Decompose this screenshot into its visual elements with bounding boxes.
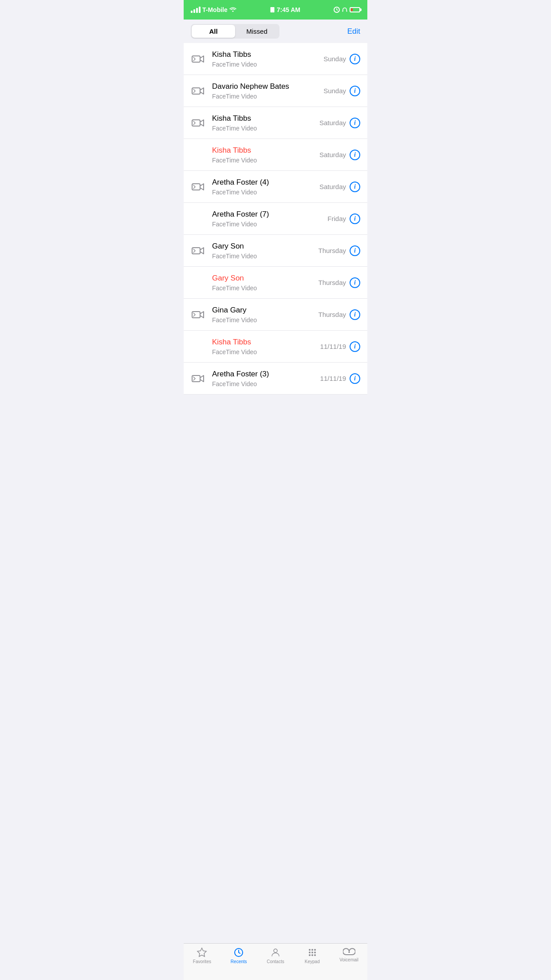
facetime-video-icon xyxy=(191,83,207,99)
call-item[interactable]: Davario Nephew BatesFaceTime VideoSunday… xyxy=(184,75,367,107)
outgoing-facetime-icon xyxy=(192,246,206,256)
segment-missed[interactable]: Missed xyxy=(235,25,279,38)
call-name: Kisha Tibbs xyxy=(212,146,319,155)
segment-control: All Missed xyxy=(191,24,279,39)
info-button[interactable]: i xyxy=(350,309,360,320)
call-type: FaceTime Video xyxy=(212,93,323,100)
outgoing-facetime-icon xyxy=(192,54,206,64)
svg-rect-7 xyxy=(192,248,200,254)
call-info: Aretha Foster (3)FaceTime Video xyxy=(212,369,320,387)
call-date: Thursday xyxy=(318,247,346,254)
call-type: FaceTime Video xyxy=(212,189,319,196)
call-info: Davario Nephew BatesFaceTime Video xyxy=(212,82,323,99)
facetime-video-icon xyxy=(191,115,207,131)
facetime-video-icon xyxy=(191,179,207,195)
call-info: Kisha TibbsFaceTime Video xyxy=(212,114,319,131)
call-meta: 11/11/19i xyxy=(320,341,360,352)
call-info: Gary SonFaceTime Video xyxy=(212,273,318,291)
call-meta: Thursdayi xyxy=(318,245,360,256)
outgoing-facetime-icon xyxy=(192,118,206,128)
svg-rect-8 xyxy=(192,312,200,318)
call-list: Kisha TibbsFaceTime VideoSundayi Davario… xyxy=(184,43,367,395)
carrier-label: T-Mobile xyxy=(202,6,228,13)
call-name: Aretha Foster (4) xyxy=(212,178,319,187)
call-meta: Sundayi xyxy=(323,86,360,96)
phone-icon xyxy=(270,7,275,13)
call-date: Sunday xyxy=(323,87,346,95)
call-type: FaceTime Video xyxy=(212,316,318,324)
call-item[interactable]: Gary SonFaceTime VideoThursdayi xyxy=(184,267,367,299)
call-item[interactable]: Kisha TibbsFaceTime VideoSundayi xyxy=(184,43,367,75)
svg-rect-5 xyxy=(192,120,200,126)
call-type: FaceTime Video xyxy=(212,125,319,132)
facetime-video-icon xyxy=(191,211,207,227)
time-label: 7:45 AM xyxy=(277,6,300,13)
info-button[interactable]: i xyxy=(350,118,360,128)
info-button[interactable]: i xyxy=(350,213,360,224)
info-button[interactable]: i xyxy=(350,277,360,288)
svg-rect-4 xyxy=(192,88,200,94)
svg-rect-2 xyxy=(346,11,347,12)
status-bar: T-Mobile 7:45 AM xyxy=(184,0,367,20)
facetime-video-icon xyxy=(191,243,207,259)
segment-all[interactable]: All xyxy=(192,25,235,38)
call-name: Davario Nephew Bates xyxy=(212,82,323,91)
call-name: Aretha Foster (3) xyxy=(212,369,320,379)
call-info: Kisha TibbsFaceTime Video xyxy=(212,50,323,67)
call-type: FaceTime Video xyxy=(212,157,319,164)
info-button[interactable]: i xyxy=(350,341,360,352)
edit-button[interactable]: Edit xyxy=(347,27,360,36)
call-date: Saturday xyxy=(319,183,346,190)
call-name: Kisha Tibbs xyxy=(212,50,323,59)
lock-rotation-icon xyxy=(334,7,340,13)
info-button[interactable]: i xyxy=(350,86,360,96)
facetime-video-icon xyxy=(191,147,207,163)
call-meta: Fridayi xyxy=(327,213,360,224)
call-info: Gina GaryFaceTime Video xyxy=(212,305,318,323)
outgoing-facetime-icon xyxy=(192,182,206,192)
facetime-video-icon xyxy=(191,339,207,355)
call-info: Gary SonFaceTime Video xyxy=(212,241,318,259)
call-item[interactable]: Aretha Foster (3)FaceTime Video11/11/19i xyxy=(184,363,367,395)
call-item[interactable]: Kisha TibbsFaceTime Video11/11/19i xyxy=(184,331,367,363)
call-date: 11/11/19 xyxy=(320,343,346,350)
facetime-video-icon xyxy=(191,307,207,323)
call-type: FaceTime Video xyxy=(212,348,320,356)
call-name: Kisha Tibbs xyxy=(212,114,319,123)
info-button[interactable]: i xyxy=(350,245,360,256)
call-info: Kisha TibbsFaceTime Video xyxy=(212,337,320,355)
info-button[interactable]: i xyxy=(350,182,360,192)
call-type: FaceTime Video xyxy=(212,285,318,292)
call-item[interactable]: Aretha Foster (7)FaceTime VideoFridayi xyxy=(184,203,367,235)
call-type: FaceTime Video xyxy=(212,380,320,387)
call-date: Saturday xyxy=(319,151,346,158)
call-name: Aretha Foster (7) xyxy=(212,209,327,219)
facetime-video-icon xyxy=(191,51,207,67)
facetime-video-icon xyxy=(191,275,207,291)
call-item[interactable]: Gina GaryFaceTime VideoThursdayi xyxy=(184,299,367,331)
call-item[interactable]: Aretha Foster (4)FaceTime VideoSaturdayi xyxy=(184,171,367,203)
call-item[interactable]: Kisha TibbsFaceTime VideoSaturdayi xyxy=(184,107,367,139)
facetime-video-icon xyxy=(191,371,207,387)
call-date: Thursday xyxy=(318,279,346,286)
call-item[interactable]: Gary SonFaceTime VideoThursdayi xyxy=(184,235,367,267)
status-left: T-Mobile xyxy=(191,6,236,13)
call-meta: Thursdayi xyxy=(318,309,360,320)
outgoing-facetime-icon xyxy=(192,374,206,383)
outgoing-facetime-icon xyxy=(192,86,206,96)
info-button[interactable]: i xyxy=(350,54,360,64)
call-info: Aretha Foster (7)FaceTime Video xyxy=(212,209,327,227)
call-type: FaceTime Video xyxy=(212,221,327,228)
info-button[interactable]: i xyxy=(350,373,360,384)
call-type: FaceTime Video xyxy=(212,253,318,260)
call-info: Aretha Foster (4)FaceTime Video xyxy=(212,178,319,195)
call-date: Friday xyxy=(327,215,346,222)
call-type: FaceTime Video xyxy=(212,61,323,68)
call-date: Saturday xyxy=(319,119,346,126)
segment-control-bar: All Missed Edit xyxy=(184,20,367,43)
call-date: Sunday xyxy=(323,55,346,63)
info-button[interactable]: i xyxy=(350,150,360,160)
svg-rect-6 xyxy=(192,184,200,190)
wifi-icon xyxy=(229,6,236,13)
call-item[interactable]: Kisha TibbsFaceTime VideoSaturdayi xyxy=(184,139,367,171)
